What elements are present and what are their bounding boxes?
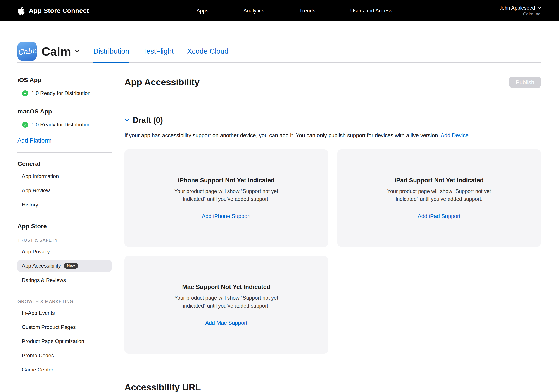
sidebar-item-history[interactable]: History xyxy=(18,198,112,212)
app-section-tabs: Distribution TestFlight Xcode Cloud xyxy=(93,40,242,63)
user-organization: Calm Inc. xyxy=(499,12,541,17)
user-account-menu[interactable]: John Appleseed Calm Inc. xyxy=(499,5,541,17)
calm-app-icon: Calm xyxy=(18,42,37,61)
publish-button[interactable]: Publish xyxy=(509,77,541,88)
nav-item-analytics[interactable]: Analytics xyxy=(243,8,264,14)
section-divider xyxy=(124,372,541,372)
nav-item-apps[interactable]: Apps xyxy=(196,8,209,14)
tab-xcode-cloud[interactable]: Xcode Cloud xyxy=(187,40,228,63)
green-check-icon xyxy=(22,122,28,128)
add-iphone-support-link[interactable]: Add iPhone Support xyxy=(202,213,251,219)
support-cards: iPhone Support Not Yet Indicated Your pr… xyxy=(124,149,541,354)
general-list: App Information App Review History xyxy=(18,169,112,212)
sidebar-item-custom-product-pages[interactable]: Custom Product Pages xyxy=(18,320,112,334)
ipad-support-card: iPad Support Not Yet Indicated Your prod… xyxy=(337,149,541,247)
sidebar-item-app-review[interactable]: App Review xyxy=(18,183,112,198)
draft-section-title: Draft (0) xyxy=(133,116,163,125)
sidebar-item-ratings-and-reviews[interactable]: Ratings & Reviews xyxy=(18,273,112,287)
sidebar-item-app-information[interactable]: App Information xyxy=(18,169,112,183)
sidebar-macos-app-title: macOS App xyxy=(18,108,112,115)
apple-logo-icon xyxy=(18,6,25,15)
ios-version-status[interactable]: 1.0 Ready for Distribution xyxy=(18,90,112,96)
main-content: App Accessibility Publish Draft (0) If y… xyxy=(124,77,541,392)
iphone-support-card-title: iPhone Support Not Yet Indicated xyxy=(178,177,275,184)
primary-nav: Apps Analytics Trends Users and Access xyxy=(196,8,392,14)
sidebar-divider xyxy=(18,152,112,153)
sidebar-item-app-privacy[interactable]: App Privacy xyxy=(18,245,112,259)
brand-title: App Store Connect xyxy=(29,7,89,14)
iphone-support-card-body: Your product page will show “Support not… xyxy=(169,187,283,203)
sidebar-item-app-accessibility[interactable]: App Accessibility New xyxy=(18,260,112,272)
macos-version-status[interactable]: 1.0 Ready for Distribution xyxy=(18,122,112,128)
new-badge: New xyxy=(64,263,78,269)
add-platform-link[interactable]: Add Platform xyxy=(18,137,112,144)
chevron-down-icon xyxy=(537,6,541,10)
sidebar: iOS App 1.0 Ready for Distribution macOS… xyxy=(18,77,112,377)
sidebar-ios-app-title: iOS App xyxy=(18,77,112,84)
mac-support-card-title: Mac Support Not Yet Indicated xyxy=(182,283,270,291)
app-title: Calm xyxy=(41,44,71,58)
draft-description-text: If your app has accessibility support on… xyxy=(124,132,439,138)
sidebar-item-promo-codes[interactable]: Promo Codes xyxy=(18,348,112,363)
chevron-down-icon xyxy=(124,118,130,123)
app-switcher-chevron-icon[interactable] xyxy=(74,48,81,55)
add-device-link[interactable]: Add Device xyxy=(441,132,469,138)
section-divider xyxy=(124,105,541,105)
iphone-support-card: iPhone Support Not Yet Indicated Your pr… xyxy=(124,149,328,247)
draft-section-toggle[interactable]: Draft (0) xyxy=(124,116,541,125)
sidebar-item-in-app-events[interactable]: In-App Events xyxy=(18,306,112,320)
calm-app-icon-label: Calm xyxy=(17,46,37,56)
add-ipad-support-link[interactable]: Add iPad Support xyxy=(418,213,461,219)
nav-item-users-and-access[interactable]: Users and Access xyxy=(350,8,392,14)
sidebar-item-product-page-optimization[interactable]: Product Page Optimization xyxy=(18,334,112,348)
empty-grid-cell xyxy=(337,256,541,354)
app-store-connect-home-link[interactable]: App Store Connect xyxy=(18,6,89,15)
mac-support-card: Mac Support Not Yet Indicated Your produ… xyxy=(124,256,328,354)
top-navigation-bar: App Store Connect Apps Analytics Trends … xyxy=(0,0,559,21)
user-name: John Appleseed xyxy=(499,5,535,11)
ipad-support-card-body: Your product page will show “Support not… xyxy=(382,187,496,203)
trust-and-safety-list: App Privacy App Accessibility New Rating… xyxy=(18,245,112,287)
macos-version-status-label: 1.0 Ready for Distribution xyxy=(31,122,91,128)
sidebar-general-title: General xyxy=(18,160,112,167)
growth-and-marketing-list: In-App Events Custom Product Pages Produ… xyxy=(18,306,112,377)
sidebar-item-game-center[interactable]: Game Center xyxy=(18,363,112,377)
green-check-icon xyxy=(22,90,28,96)
page-title: App Accessibility xyxy=(124,77,199,88)
sidebar-item-app-accessibility-label: App Accessibility xyxy=(22,263,61,269)
mac-support-card-body: Your product page will show “Support not… xyxy=(169,294,283,310)
sidebar-divider xyxy=(18,215,112,215)
tab-distribution[interactable]: Distribution xyxy=(93,40,129,63)
ipad-support-card-title: iPad Support Not Yet Indicated xyxy=(394,177,484,184)
draft-description: If your app has accessibility support on… xyxy=(124,131,541,139)
ios-version-status-label: 1.0 Ready for Distribution xyxy=(31,90,91,96)
add-mac-support-link[interactable]: Add Mac Support xyxy=(205,320,247,326)
nav-item-trends[interactable]: Trends xyxy=(299,8,315,14)
growth-and-marketing-heading: GROWTH & MARKETING xyxy=(18,299,112,304)
accessibility-url-section-title: Accessibility URL xyxy=(124,382,541,392)
sidebar-app-store-title: App Store xyxy=(18,223,112,230)
app-header: Calm Calm Distribution TestFlight Xcode … xyxy=(18,40,541,63)
trust-and-safety-heading: TRUST & SAFETY xyxy=(18,238,112,243)
tab-testflight[interactable]: TestFlight xyxy=(143,40,174,63)
